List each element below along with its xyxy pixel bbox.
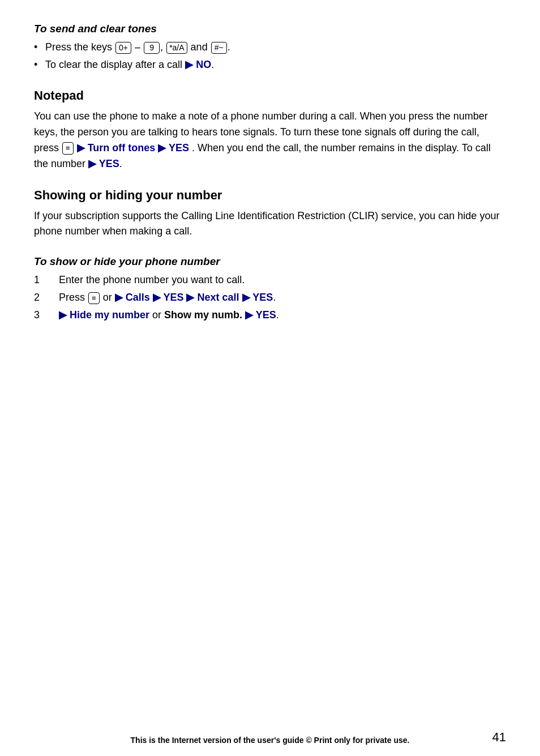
step1-text: Enter the phone number you want to call. <box>59 272 245 288</box>
section2-arrow3: ▶ YES <box>88 158 119 169</box>
section-send-clear-tones: To send and clear tones Press the keys 0… <box>34 23 506 72</box>
step1: 1 Enter the phone number you want to cal… <box>34 272 506 288</box>
section2-title: Notepad <box>34 88 506 103</box>
section1-title: To send and clear tones <box>34 23 506 35</box>
bullet2: To clear the display after a call ▶ NO. <box>34 57 506 72</box>
menu-key-notepad: ≡ <box>62 142 74 155</box>
bullet2-arrow: ▶ NO <box>185 59 211 70</box>
section-notepad: Notepad You can use the phone to make a … <box>34 88 506 172</box>
key-hash: #~ <box>211 42 227 54</box>
bullet1-dash: – <box>135 41 143 53</box>
bullet1-and: and <box>191 41 211 53</box>
step2-arrow3: ▶ Next call <box>186 292 239 303</box>
step2-prefix: Press <box>59 292 85 303</box>
key-9: 9 <box>144 42 160 54</box>
step3-arrow1: ▶ Hide my number <box>59 309 149 321</box>
menu-key-step2: ≡ <box>88 292 100 305</box>
step2-content: Press ≡ or ▶ Calls ▶ YES ▶ Next call ▶ Y… <box>59 290 276 305</box>
step3-content: ▶ Hide my number or Show my numb. ▶ YES. <box>59 307 279 323</box>
page: To send and clear tones Press the keys 0… <box>0 0 540 756</box>
section3-title: Showing or hiding your number <box>34 188 506 203</box>
step3-num: 3 <box>34 307 45 323</box>
step3: 3 ▶ Hide my number or Show my numb. ▶ YE… <box>34 307 506 323</box>
step3-or: or <box>152 309 164 321</box>
step3-show: Show my numb. <box>164 309 242 321</box>
step1-num: 1 <box>34 272 45 288</box>
section2-paragraph: You can use the phone to make a note of … <box>34 109 506 172</box>
step2-arrow1: ▶ Calls <box>115 292 150 303</box>
step3-arrow2: ▶ YES <box>245 309 276 321</box>
step2: 2 Press ≡ or ▶ Calls ▶ YES ▶ Next call ▶… <box>34 290 506 305</box>
section-show-hide-steps: To show or hide your phone number 1 Ente… <box>34 255 506 323</box>
step2-or: or <box>103 292 112 303</box>
bullet1-period: . <box>228 41 230 53</box>
section2-arrow1: ▶ Turn off tones <box>77 142 156 153</box>
section3-paragraph: If your subscription supports the Callin… <box>34 208 506 240</box>
section2-arrow2: ▶ YES <box>158 142 189 153</box>
step2-arrow4: ▶ YES <box>242 292 273 303</box>
footer-text: This is the Internet version of the user… <box>0 736 540 745</box>
bullet1-comma: , <box>160 41 163 53</box>
section1-bullets: Press the keys 0+ – 9, *a/A and #~. To c… <box>34 40 506 72</box>
step2-num: 2 <box>34 290 45 305</box>
bullet1: Press the keys 0+ – 9, *a/A and #~. <box>34 40 506 55</box>
bullet2-prefix: To clear the display after a call <box>45 59 182 70</box>
key-0plus: 0+ <box>115 42 131 54</box>
bullet1-prefix: Press the keys <box>45 41 112 53</box>
step2-arrow2: ▶ YES <box>153 292 184 303</box>
key-star: *a/A <box>166 42 187 54</box>
section4-title: To show or hide your phone number <box>34 255 506 268</box>
section-show-hide: Showing or hiding your number If your su… <box>34 188 506 240</box>
steps-list: 1 Enter the phone number you want to cal… <box>34 272 506 323</box>
